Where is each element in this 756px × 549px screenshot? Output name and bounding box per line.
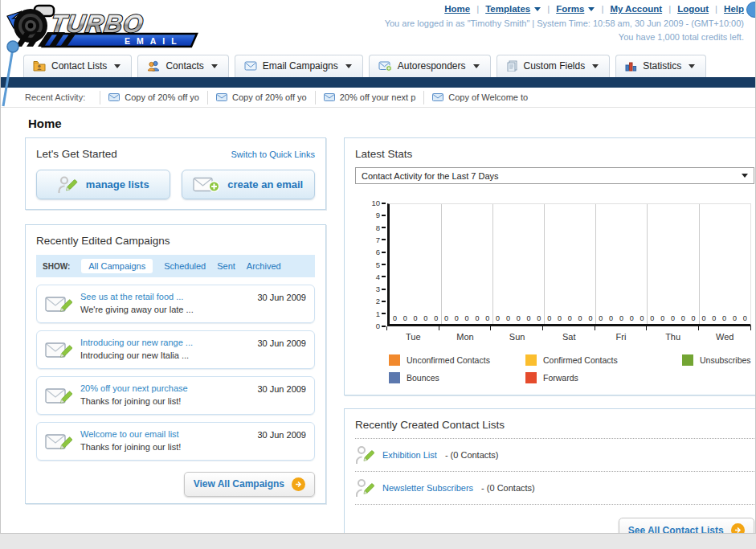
caret-down-icon [114, 64, 121, 68]
envelope-pencil-icon [45, 338, 72, 361]
campaign-title-link[interactable]: Introducing our new range ... [80, 337, 193, 350]
view-all-campaigns-button[interactable]: View All Campaigns [184, 472, 315, 497]
recent-activity-item[interactable]: Copy of 20% off yo [100, 91, 207, 104]
campaign-title-link[interactable]: 20% off your next purchase [80, 383, 188, 395]
nav-home[interactable]: Home [444, 4, 470, 14]
envelope-icon [324, 93, 335, 101]
campaign-subtitle: Introducing our new Italia ... [80, 350, 193, 363]
recent-activity-bar: Recent Activity: Copy of 20% off yo Copy… [1, 88, 755, 108]
tab-autoresponders[interactable]: Autoresponders [369, 55, 491, 77]
main-content: Let's Get Started Switch to Quick Links … [1, 137, 755, 534]
legend-item: Forwards [525, 372, 682, 383]
app-window: TURBO EMAIL Home Templates Forms My Acco… [0, 0, 756, 534]
legend-item: Bounces [389, 372, 525, 383]
navy-divider-bar [1, 77, 755, 88]
nav-my-account[interactable]: My Account [595, 4, 662, 14]
campaign-list-item[interactable]: Introducing our new range ... Introducin… [36, 330, 315, 369]
envelope-pencil-icon [45, 293, 72, 315]
nav-logout-link[interactable]: Logout [677, 4, 709, 14]
create-email-label: create an email [227, 178, 303, 191]
people-icon [147, 60, 160, 72]
see-all-contact-lists-button[interactable]: See All Contact Lists [619, 518, 754, 534]
campaign-list-item[interactable]: 20% off your next purchase Thanks for jo… [36, 376, 315, 415]
arrow-right-icon [292, 477, 305, 491]
filter-all-campaigns[interactable]: All Campaigns [81, 259, 153, 273]
contact-list-link[interactable]: Exhibition List [382, 450, 437, 460]
nav-templates[interactable]: Templates [470, 4, 541, 14]
manage-lists-label: manage lists [86, 178, 149, 191]
legend-item: Confirmed Contacts [525, 354, 682, 366]
app-logo[interactable]: TURBO EMAIL [6, 3, 213, 53]
latest-stats-title: Latest Stats [355, 148, 754, 160]
campaign-subtitle: We're giving away our late ... [80, 304, 194, 317]
campaign-list-item[interactable]: See us at the retail food ... We're givi… [36, 285, 315, 323]
turbo-logo-graphic: TURBO EMAIL [6, 3, 213, 50]
contact-lists-title: Recently Created Contact Lists [355, 419, 754, 431]
tab-contact-lists[interactable]: Contact Lists [23, 55, 132, 77]
contact-list-count: - (0 Contacts) [445, 450, 499, 460]
contact-lists-panel: Recently Created Contact Lists Exhibitio… [344, 408, 756, 534]
recent-activity-item[interactable]: Copy of Welcome to [423, 91, 536, 104]
campaign-list-item[interactable]: Welcome to our email list Thanks for joi… [36, 422, 315, 461]
arrow-right-icon [731, 523, 745, 534]
contact-list-item[interactable]: Newsletter Subscribers - (0 Contacts) [355, 472, 754, 505]
nav-help-link[interactable]: Help [724, 4, 744, 14]
contact-list-link[interactable]: Newsletter Subscribers [382, 483, 473, 493]
header-right: Home Templates Forms My Account Logout H… [385, 4, 744, 43]
recent-activity-text: Copy of 20% off yo [125, 92, 199, 102]
credits-status: You have 1,000 total credits left. [385, 31, 744, 44]
tab-label: Email Campaigns [263, 60, 338, 72]
view-all-campaigns-label: View All Campaigns [194, 478, 284, 490]
legend-item: Unsubscribes [682, 354, 751, 366]
tab-contacts[interactable]: Contacts [137, 55, 228, 77]
filter-scheduled[interactable]: Scheduled [164, 261, 206, 271]
nav-my-account-link[interactable]: My Account [610, 4, 662, 14]
nav-home-link[interactable]: Home [444, 4, 470, 14]
nav-help[interactable]: Help [709, 4, 744, 14]
chart-x-labels: TueMonSunSatFriThuWed [387, 330, 751, 342]
recent-activity-item[interactable]: 20% off your next p [315, 91, 424, 104]
campaign-filter-bar: SHOW: All Campaigns Scheduled Sent Archi… [36, 255, 315, 277]
envelope-icon [432, 93, 443, 101]
chart-plot: 00000000000000000000000000000000000 [387, 203, 751, 326]
help-bubble-icon[interactable] [746, 2, 756, 18]
tab-statistics[interactable]: Statistics [615, 55, 706, 77]
latest-stats-panel: Latest Stats Contact Activity for the La… [344, 137, 756, 395]
recent-activity-item[interactable]: Copy of 20% off yo [207, 91, 315, 104]
tab-label: Statistics [643, 60, 681, 72]
nav-forms-link[interactable]: Forms [556, 4, 584, 14]
nav-logout[interactable]: Logout [662, 4, 709, 14]
caret-down-icon [742, 174, 748, 178]
filter-sent[interactable]: Sent [217, 261, 235, 271]
legend-swatch-unconfirmed [389, 354, 400, 366]
campaign-title-link[interactable]: See us at the retail food ... [80, 291, 194, 304]
main-tab-bar: Contact Lists Contacts Email Campaigns A… [1, 53, 755, 77]
recent-campaigns-panel: Recently Edited Campaigns SHOW: All Camp… [25, 224, 326, 504]
legend-swatch-confirmed [525, 354, 537, 366]
person-pencil-icon [355, 477, 374, 498]
nav-forms[interactable]: Forms [541, 4, 595, 14]
filter-archived[interactable]: Archived [247, 261, 281, 271]
caret-down-icon [592, 64, 599, 68]
tab-custom-fields[interactable]: Custom Fields [497, 55, 611, 77]
nav-templates-link[interactable]: Templates [485, 4, 530, 14]
tab-label: Custom Fields [524, 60, 586, 72]
tab-email-campaigns[interactable]: Email Campaigns [235, 55, 363, 77]
stats-period-select[interactable]: Contact Activity for the Last 7 Days [355, 167, 754, 184]
envelope-icon [108, 93, 120, 101]
contact-list-item[interactable]: Exhibition List - (0 Contacts) [355, 439, 754, 472]
person-pencil-icon [355, 445, 374, 465]
callout-pin-icon [1, 40, 22, 111]
legend-label: Forwards [543, 373, 578, 383]
caret-down-icon [689, 64, 695, 68]
caret-down-icon [345, 64, 352, 68]
tab-label: Contacts [166, 60, 203, 72]
campaign-title-link[interactable]: Welcome to our email list [80, 428, 181, 441]
create-email-button[interactable]: create an email [182, 170, 316, 199]
switch-quick-links[interactable]: Switch to Quick Links [231, 150, 315, 159]
get-started-title: Let's Get Started [36, 148, 117, 160]
page-title: Home [28, 117, 755, 130]
manage-lists-button[interactable]: manage lists [36, 170, 170, 199]
legend-swatch-unsubscribes [682, 354, 693, 366]
chart-y-axis: 012345678910 [366, 203, 387, 326]
